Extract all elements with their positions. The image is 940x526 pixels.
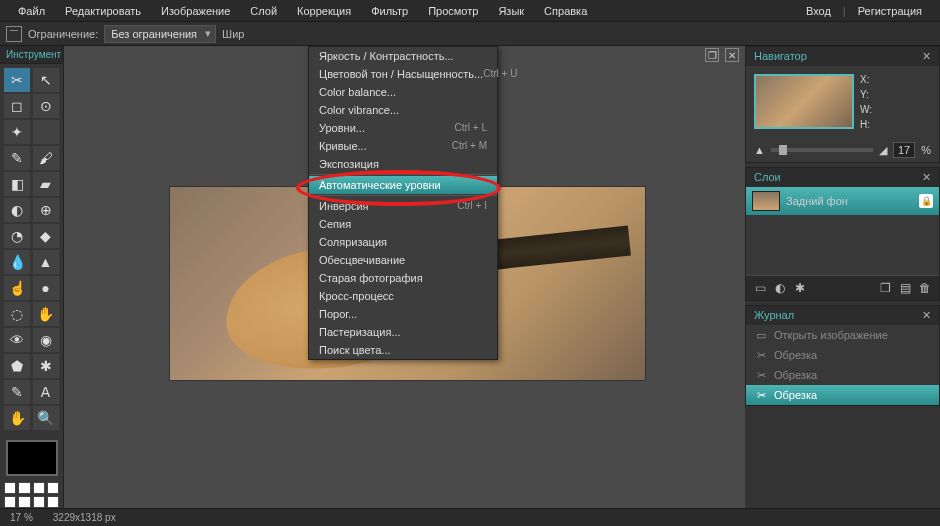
trash-icon[interactable]: 🗑 xyxy=(917,280,933,296)
tool-hand[interactable]: ✋ xyxy=(4,406,30,430)
tool-pencil[interactable]: ✎ xyxy=(4,146,30,170)
menu-filter[interactable]: Фильтр xyxy=(361,2,418,20)
close-icon[interactable]: ✕ xyxy=(922,309,931,322)
tool-picker[interactable]: ✎ xyxy=(4,380,30,404)
menu-colorlookup[interactable]: Поиск цвета... xyxy=(309,341,497,359)
menu-crossprocess[interactable]: Кросс-процесс xyxy=(309,287,497,305)
tool-replace[interactable]: ◔ xyxy=(4,224,30,248)
nav-y-label: Y: xyxy=(860,89,872,100)
crop-icon: ✂ xyxy=(754,388,768,402)
menu-invert[interactable]: ИнверсияCtrl + I xyxy=(309,197,497,215)
tool-bucket[interactable]: ▰ xyxy=(33,172,59,196)
tool-sharpen[interactable]: ▲ xyxy=(33,250,59,274)
tool-pinch[interactable]: ✱ xyxy=(33,354,59,378)
toolbox: Инструмент ✂ ↖ ◻ ⊙ ✦ ✎ 🖌 ◧ ▰ ◐ ⊕ ◔ ◆ 💧 ▲… xyxy=(0,46,64,508)
tool-burn[interactable]: ✋ xyxy=(33,302,59,326)
constraint-select[interactable]: Без ограничения xyxy=(104,25,216,43)
tool-sponge[interactable]: ● xyxy=(33,276,59,300)
zoom-in-icon[interactable]: ◢ xyxy=(879,144,887,157)
new-layer-icon[interactable]: ▭ xyxy=(752,280,768,296)
tool-crop[interactable]: ✂ xyxy=(4,68,30,92)
close-icon[interactable]: ✕ xyxy=(922,50,931,63)
window-close-icon[interactable]: ✕ xyxy=(725,48,739,62)
menu-threshold[interactable]: Порог... xyxy=(309,305,497,323)
duplicate-icon[interactable]: ❐ xyxy=(877,280,893,296)
menu-view[interactable]: Просмотр xyxy=(418,2,488,20)
history-item[interactable]: ▭Открыть изображение xyxy=(746,325,939,345)
navigator-thumb[interactable] xyxy=(754,74,854,129)
history-item[interactable]: ✂Обрезка xyxy=(746,345,939,365)
status-dims: 3229x1318 px xyxy=(53,512,116,523)
history-item[interactable]: ✂Обрезка xyxy=(746,365,939,385)
zoom-pct: % xyxy=(921,144,931,156)
tool-brush[interactable]: 🖌 xyxy=(33,146,59,170)
merge-icon[interactable]: ▤ xyxy=(897,280,913,296)
tool-marquee[interactable]: ◻ xyxy=(4,94,30,118)
menu-vibrance[interactable]: Color vibrance... xyxy=(309,101,497,119)
tool-lasso[interactable]: ⊙ xyxy=(33,94,59,118)
tool-move[interactable]: ↖ xyxy=(33,68,59,92)
zoom-out-icon[interactable]: ▲ xyxy=(754,144,765,156)
tool-type[interactable]: A xyxy=(33,380,59,404)
tool-spot[interactable]: ◉ xyxy=(33,328,59,352)
layer-item[interactable]: Задний фон 🔒 xyxy=(746,187,939,215)
menu-file[interactable]: Файл xyxy=(8,2,55,20)
menu-desaturate[interactable]: Обесцвечивание xyxy=(309,251,497,269)
crop-icon: ✂ xyxy=(754,348,768,362)
menu-brightness[interactable]: Яркость / Контрастность... xyxy=(309,47,497,65)
zoom-slider[interactable] xyxy=(771,148,873,152)
canvas-area[interactable]: ❐ ✕ Яркость / Контрастность... Цветовой … xyxy=(64,46,745,508)
layers-title: Слои xyxy=(754,171,781,184)
crop-icon: ✂ xyxy=(754,368,768,382)
menu-colorbalance[interactable]: Color balance... xyxy=(309,83,497,101)
history-item[interactable]: ✂Обрезка xyxy=(746,385,939,405)
fx-icon[interactable]: ✱ xyxy=(792,280,808,296)
nav-x-label: X: xyxy=(860,74,872,85)
tool-blur[interactable]: 💧 xyxy=(4,250,30,274)
menu-sepia[interactable]: Сепия xyxy=(309,215,497,233)
menu-image[interactable]: Изображение xyxy=(151,2,240,20)
history-panel: Журнал✕ ▭Открыть изображение ✂Обрезка ✂О… xyxy=(745,305,940,406)
tool-redeye[interactable]: 👁 xyxy=(4,328,30,352)
menu-levels[interactable]: Уровни...Ctrl + L xyxy=(309,119,497,137)
tool-clone[interactable]: ⊕ xyxy=(33,198,59,222)
menu-curves[interactable]: Кривые...Ctrl + M xyxy=(309,137,497,155)
menu-hue[interactable]: Цветовой тон / Насыщенность...Ctrl + U xyxy=(309,65,497,83)
mask-icon[interactable]: ◐ xyxy=(772,280,788,296)
layer-label: Задний фон xyxy=(786,195,848,207)
tool-zoom[interactable]: 🔍 xyxy=(33,406,59,430)
tool-dodge[interactable]: ◌ xyxy=(4,302,30,326)
menu-language[interactable]: Язык xyxy=(488,2,534,20)
menu-solarize[interactable]: Соляризация xyxy=(309,233,497,251)
swatch-grid[interactable] xyxy=(0,482,63,508)
width-label: Шир xyxy=(222,28,244,40)
statusbar: 17 % 3229x1318 px xyxy=(0,508,940,526)
lock-icon[interactable]: 🔒 xyxy=(919,194,933,208)
login-link[interactable]: Вход xyxy=(796,2,841,20)
menu-autolevels[interactable]: Автоматические уровни xyxy=(309,176,497,194)
tool-smudge[interactable]: ☝ xyxy=(4,276,30,300)
window-restore-icon[interactable]: ❐ xyxy=(705,48,719,62)
layers-panel: Слои✕ Задний фон 🔒 ▭ ◐ ✱ ❐ ▤ 🗑 xyxy=(745,167,940,301)
menu-help[interactable]: Справка xyxy=(534,2,597,20)
menu-layer[interactable]: Слой xyxy=(240,2,287,20)
tool-gradient[interactable]: ◐ xyxy=(4,198,30,222)
register-link[interactable]: Регистрация xyxy=(848,2,932,20)
close-icon[interactable]: ✕ xyxy=(922,171,931,184)
tool-draw[interactable]: ◆ xyxy=(33,224,59,248)
menu-posterize[interactable]: Пастеризация... xyxy=(309,323,497,341)
tool-fill[interactable] xyxy=(33,120,59,144)
menubar: Файл Редактировать Изображение Слой Корр… xyxy=(0,0,940,22)
menu-adjustment[interactable]: Коррекция xyxy=(287,2,361,20)
menu-exposure[interactable]: Экспозиция xyxy=(309,155,497,173)
tool-bloat[interactable]: ⬟ xyxy=(4,354,30,378)
zoom-value[interactable]: 17 xyxy=(893,142,915,158)
menu-oldphoto[interactable]: Старая фотография xyxy=(309,269,497,287)
color-swatch[interactable] xyxy=(6,440,58,476)
layer-thumb xyxy=(752,191,780,211)
tool-wand[interactable]: ✦ xyxy=(4,120,30,144)
status-zoom: 17 xyxy=(10,512,21,523)
adjustment-menu: Яркость / Контрастность... Цветовой тон … xyxy=(308,46,498,360)
tool-eraser[interactable]: ◧ xyxy=(4,172,30,196)
menu-edit[interactable]: Редактировать xyxy=(55,2,151,20)
